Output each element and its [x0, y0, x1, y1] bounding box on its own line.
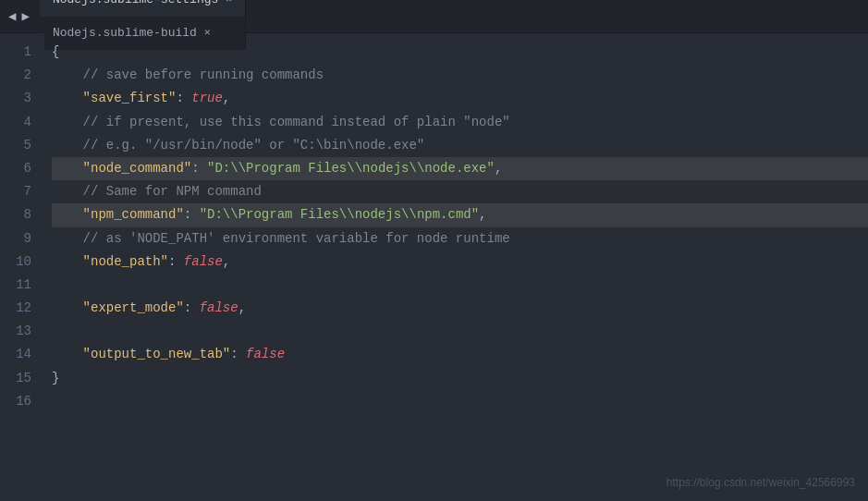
- token: [52, 300, 83, 315]
- token: "npm_command": [83, 207, 184, 222]
- line-number-11: 11: [0, 274, 31, 297]
- token: "node_path": [83, 254, 168, 269]
- code-line-5: // e.g. "/usr/bin/node" or "C:\bin\node.…: [52, 134, 868, 157]
- line-number-16: 16: [0, 390, 31, 413]
- code-content: { // save before running commands "save_…: [44, 33, 868, 501]
- code-line-16: [52, 390, 868, 413]
- code-line-12: "expert_mode": false,: [52, 297, 868, 320]
- code-line-6: "node_command": "D:\\Program Files\\node…: [52, 157, 868, 180]
- token: // Same for NPM command: [52, 184, 262, 199]
- token: "save_first": [83, 91, 177, 105]
- code-line-13: [52, 320, 868, 343]
- line-number-12: 12: [0, 297, 31, 320]
- tab-label: Nodejs.sublime-settings: [53, 0, 218, 6]
- code-line-14: "output_to_new_tab": false: [52, 343, 868, 366]
- close-icon[interactable]: ✕: [226, 0, 232, 5]
- token: ,: [238, 300, 246, 315]
- code-line-15: }: [52, 367, 868, 390]
- code-line-2: // save before running commands: [52, 64, 868, 87]
- token: true: [191, 91, 223, 105]
- nav-left-arrow[interactable]: ◀: [6, 6, 18, 26]
- token: "D:\\Program Files\\nodejs\\node.exe": [207, 161, 495, 176]
- token: ,: [495, 161, 502, 176]
- token: :: [168, 254, 184, 269]
- line-number-6: 6: [0, 157, 31, 180]
- line-number-8: 8: [0, 203, 31, 226]
- token: ,: [479, 207, 486, 222]
- code-line-8: "npm_command": "D:\\Program Files\\nodej…: [52, 203, 868, 226]
- line-number-3: 3: [0, 87, 31, 110]
- code-line-9: // as 'NODE_PATH' environment variable f…: [52, 227, 868, 250]
- code-line-7: // Same for NPM command: [52, 180, 868, 203]
- code-line-1: {: [52, 41, 868, 64]
- token: // e.g. "/usr/bin/node" or "C:\bin\node.…: [52, 138, 424, 153]
- token: false: [184, 254, 223, 269]
- token: }: [52, 371, 59, 385]
- token: [52, 347, 83, 361]
- line-number-9: 9: [0, 227, 31, 250]
- line-number-14: 14: [0, 343, 31, 366]
- line-number-10: 10: [0, 250, 31, 274]
- token: [52, 207, 83, 222]
- editor-area: 12345678910111213141516 { // save before…: [0, 33, 868, 501]
- line-number-7: 7: [0, 180, 31, 203]
- nav-arrows[interactable]: ◀▶: [6, 6, 32, 26]
- line-number-15: 15: [0, 367, 31, 390]
- token: // as 'NODE_PATH' environment variable f…: [52, 231, 510, 246]
- token: false: [246, 347, 285, 361]
- line-number-13: 13: [0, 320, 31, 343]
- token: "node_command": [83, 161, 192, 176]
- line-number-2: 2: [0, 64, 31, 87]
- token: :: [230, 347, 246, 361]
- token: :: [176, 91, 191, 105]
- token: ,: [223, 254, 230, 269]
- token: :: [184, 300, 200, 315]
- token: :: [191, 161, 207, 176]
- code-line-10: "node_path": false,: [52, 250, 868, 274]
- token: "output_to_new_tab": [83, 347, 231, 361]
- line-number-1: 1: [0, 41, 31, 64]
- line-number-4: 4: [0, 111, 31, 134]
- code-line-4: // if present, use this command instead …: [52, 111, 868, 134]
- line-number-5: 5: [0, 134, 31, 157]
- code-line-11: [52, 274, 868, 297]
- token: "expert_mode": [83, 300, 184, 315]
- tab-tab1[interactable]: Nodejs.sublime-settings✕: [40, 0, 246, 17]
- token: :: [184, 207, 200, 222]
- token: // if present, use this command instead …: [52, 115, 510, 129]
- token: [52, 91, 83, 105]
- token: ,: [223, 91, 230, 105]
- line-numbers: 12345678910111213141516: [0, 33, 44, 501]
- token: false: [200, 300, 238, 315]
- token: [52, 161, 83, 176]
- token: [52, 254, 83, 269]
- token: {: [52, 44, 59, 59]
- tab-bar: ◀▶ Nodejs.sublime-settings✕Nodejs.sublim…: [0, 0, 868, 33]
- code-line-3: "save_first": true,: [52, 87, 868, 110]
- nav-right-arrow[interactable]: ▶: [18, 6, 31, 26]
- token: "D:\\Program Files\\nodejs\\npm.cmd": [200, 207, 479, 222]
- watermark: https://blog.csdn.net/weixin_42566993: [666, 473, 855, 494]
- token: // save before running commands: [52, 67, 324, 82]
